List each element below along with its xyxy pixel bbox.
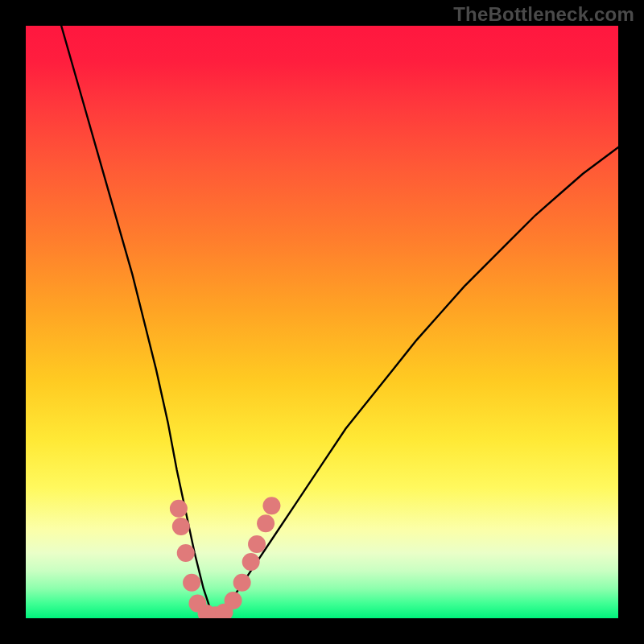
data-marker: [248, 535, 266, 553]
data-marker: [172, 518, 190, 535]
data-marker: [177, 544, 195, 562]
data-marker: [257, 514, 275, 532]
data-marker: [262, 497, 280, 514]
data-marker: [170, 500, 188, 518]
data-marker: [225, 592, 242, 609]
chart-frame: TheBottleneck.com: [0, 0, 644, 644]
plot-area: [26, 26, 618, 618]
watermark-text: TheBottleneck.com: [453, 3, 634, 26]
data-marker: [242, 553, 260, 571]
data-marker: [233, 574, 251, 592]
chart-overlay: [26, 26, 618, 618]
data-marker: [183, 574, 200, 592]
bottleneck-curve: [61, 26, 618, 615]
